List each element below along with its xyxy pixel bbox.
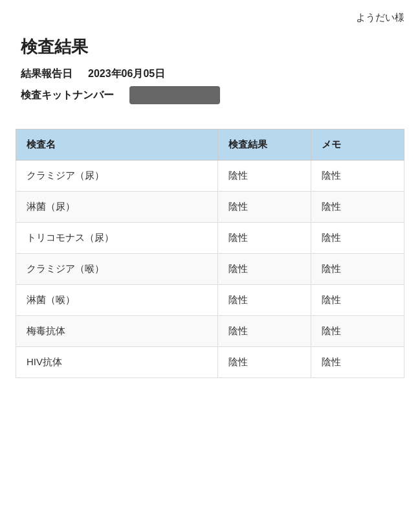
info-section: 結果報告日 2023年06月05日 検査キットナンバー [0,67,420,122]
column-header-name: 検査名 [16,130,218,161]
kit-row: 検査キットナンバー [21,86,399,104]
table-row: HIV抗体陰性陰性 [16,347,404,378]
cell-test-memo: 陰性 [311,316,404,347]
column-header-result: 検査結果 [218,130,311,161]
cell-test-name: クラミジア（尿） [16,161,218,192]
cell-test-memo: 陰性 [311,254,404,285]
cell-test-memo: 陰性 [311,192,404,223]
user-greeting: ようだい様 [0,0,420,24]
cell-test-memo: 陰性 [311,223,404,254]
cell-test-name: クラミジア（喉） [16,254,218,285]
cell-test-memo: 陰性 [311,161,404,192]
cell-test-result: 陰性 [218,161,311,192]
column-header-memo: メモ [311,130,404,161]
date-label: 結果報告日 [21,67,72,81]
cell-test-result: 陰性 [218,285,311,316]
kit-number-redacted [129,86,220,104]
table-row: トリコモナス（尿）陰性陰性 [16,223,404,254]
kit-label: 検査キットナンバー [21,89,114,102]
table-row: 淋菌（尿）陰性陰性 [16,192,404,223]
table-row: 淋菌（喉）陰性陰性 [16,285,404,316]
results-table-container: 検査名 検査結果 メモ クラミジア（尿）陰性陰性淋菌（尿）陰性陰性トリコモナス（… [0,122,420,398]
cell-test-result: 陰性 [218,223,311,254]
cell-test-name: 淋菌（尿） [16,192,218,223]
table-row: クラミジア（尿）陰性陰性 [16,161,404,192]
cell-test-result: 陰性 [218,254,311,285]
cell-test-result: 陰性 [218,316,311,347]
table-header: 検査名 検査結果 メモ [16,130,404,161]
cell-test-name: 淋菌（喉） [16,285,218,316]
cell-test-memo: 陰性 [311,347,404,378]
date-value: 2023年06月05日 [88,67,165,81]
cell-test-result: 陰性 [218,347,311,378]
cell-test-memo: 陰性 [311,285,404,316]
cell-test-result: 陰性 [218,192,311,223]
cell-test-name: HIV抗体 [16,347,218,378]
date-row: 結果報告日 2023年06月05日 [21,67,399,81]
cell-test-name: 梅毒抗体 [16,316,218,347]
results-table: 検査名 検査結果 メモ クラミジア（尿）陰性陰性淋菌（尿）陰性陰性トリコモナス（… [16,129,404,378]
table-row: 梅毒抗体陰性陰性 [16,316,404,347]
table-row: クラミジア（喉）陰性陰性 [16,254,404,285]
cell-test-name: トリコモナス（尿） [16,223,218,254]
page-title: 検査結果 [0,24,420,67]
table-body: クラミジア（尿）陰性陰性淋菌（尿）陰性陰性トリコモナス（尿）陰性陰性クラミジア（… [16,161,404,378]
